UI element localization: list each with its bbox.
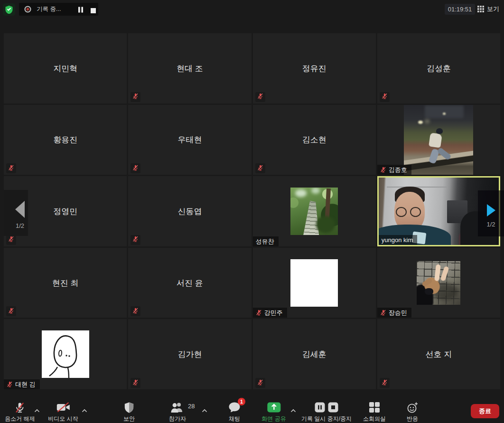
unmute-label: 음소거 해제: [5, 415, 35, 423]
participants-button[interactable]: 28 참가자: [169, 401, 186, 423]
chat-button[interactable]: 1 채팅: [228, 401, 241, 423]
share-options-chevron[interactable]: [290, 406, 296, 414]
participants-label: 참가자: [169, 415, 186, 423]
start-video-button[interactable]: 비디오 시작: [48, 401, 78, 423]
pause-recording-icon: [315, 402, 325, 413]
end-meeting-button[interactable]: 종료: [471, 404, 499, 418]
security-label: 보안: [123, 415, 135, 423]
shield-icon: [124, 401, 134, 414]
participants-count: 28: [188, 403, 195, 410]
recording-controls-label: 기록 일시 중지/중지: [301, 415, 352, 423]
start-video-label: 비디오 시작: [48, 415, 78, 423]
breakout-rooms-icon: [369, 401, 380, 414]
share-screen-button[interactable]: 화면 공유: [261, 401, 286, 423]
chat-label: 채팅: [229, 415, 240, 423]
share-screen-icon: [266, 401, 281, 414]
chat-icon: 1: [228, 401, 241, 414]
video-options-chevron[interactable]: [82, 406, 87, 414]
muted-mic-icon: [14, 401, 26, 414]
mute-options-chevron[interactable]: [34, 406, 40, 414]
reactions-icon: [407, 401, 418, 414]
chat-notification-badge: 1: [238, 398, 245, 405]
video-off-icon: [56, 401, 70, 414]
breakout-rooms-label: 소회의실: [363, 415, 386, 423]
participants-options-chevron[interactable]: [202, 406, 207, 414]
stop-recording-icon: [328, 402, 338, 413]
share-screen-label: 화면 공유: [261, 415, 286, 423]
breakout-rooms-button[interactable]: 소회의실: [363, 401, 386, 423]
recording-controls-button[interactable]: 기록 일시 중지/중지: [301, 401, 352, 423]
unmute-button[interactable]: 음소거 해제: [5, 401, 35, 423]
security-button[interactable]: 보안: [123, 401, 135, 423]
participants-icon: 28: [170, 401, 185, 414]
reactions-label: 반응: [407, 415, 418, 423]
reactions-button[interactable]: 반응: [407, 401, 418, 423]
bottom-toolbar: 음소거 해제 비디오 시작 보안: [0, 0, 504, 423]
